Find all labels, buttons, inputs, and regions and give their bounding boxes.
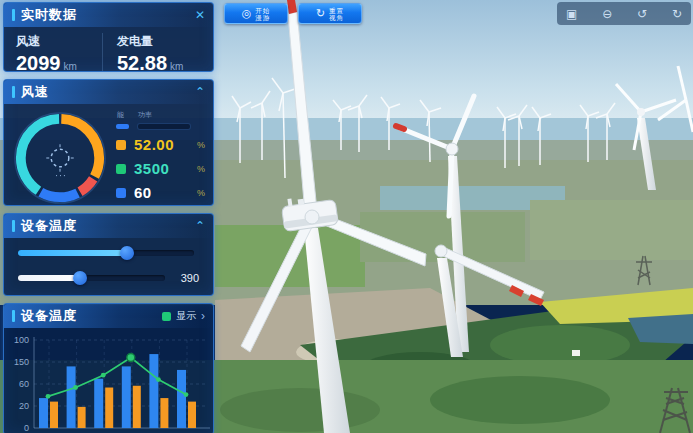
gauge-panel-header: 风速 ⌃ — [4, 80, 213, 104]
realtime-data-title: 实时数据 — [21, 6, 77, 24]
svg-text:150: 150 — [14, 357, 29, 367]
refresh-icon[interactable]: ↻ — [672, 8, 682, 20]
legend-item-orange: 52.00 % — [116, 136, 205, 153]
gauge-legend: 能 功率 52.00 % 3500 % — [116, 108, 205, 206]
rotate-icon: ↻ — [316, 8, 325, 19]
screenshot-icon[interactable]: ▣ — [566, 8, 577, 20]
mini-legend-left-label: 能 — [117, 110, 124, 120]
legend-value-3: 60 — [134, 184, 152, 201]
donut-gauge — [10, 109, 110, 206]
accent-bar — [12, 86, 15, 98]
reset-view-button-label-line1: 重置 — [329, 7, 344, 14]
legend-item-blue: 60 % — [116, 184, 205, 201]
roam-button-label-line1: 开始 — [255, 7, 270, 14]
gauge-panel-title: 风速 — [21, 83, 49, 101]
temperature-slider-1[interactable] — [18, 250, 194, 256]
collapse-icon[interactable]: ⌃ — [195, 86, 205, 98]
power-generation-value: 52.88km — [117, 52, 203, 72]
chart-panel-title: 设备温度 — [21, 307, 77, 325]
reset-view-button[interactable]: ↻ 重置 视角 — [298, 3, 362, 24]
wind-speed-stat: 风速 2099km — [16, 33, 102, 72]
temperature-slider-2[interactable] — [18, 275, 165, 281]
close-icon[interactable]: ✕ — [195, 9, 205, 21]
realtime-data-header: 实时数据 ✕ — [4, 3, 213, 27]
svg-text:20: 20 — [19, 401, 29, 411]
chart-legend-swatch — [162, 312, 171, 321]
sidebar: 实时数据 ✕ 风速 2099km 发电量 52.88km 风速 ⌃ — [3, 2, 214, 433]
mini-progress-bar — [137, 123, 191, 130]
reset-view-button-label-line2: 视角 — [329, 14, 344, 21]
window-controls: ▣ ⊖ ↺ ↻ — [557, 2, 691, 25]
accent-bar — [12, 9, 15, 21]
mini-bar-swatch — [116, 124, 129, 129]
legend-unit-3: % — [197, 188, 205, 198]
svg-text:60: 60 — [19, 379, 29, 389]
roam-button-label-line2: 漫游 — [255, 14, 270, 21]
slider-thumb[interactable] — [120, 246, 134, 260]
collapse-icon[interactable]: ⌃ — [195, 220, 205, 232]
legend-unit-2: % — [197, 164, 205, 174]
legend-unit-1: % — [197, 140, 205, 150]
chevron-right-icon[interactable]: › — [201, 309, 205, 323]
slider-panel-title: 设备温度 — [21, 217, 77, 235]
slider-panel-header: 设备温度 ⌃ — [4, 214, 213, 238]
chart-panel-header: 设备温度 显示 › — [4, 304, 213, 328]
wind-speed-value: 2099km — [16, 52, 102, 72]
svg-text:100: 100 — [14, 335, 29, 345]
rotate-left-icon[interactable]: ↺ — [637, 8, 647, 20]
compass-center-icon — [46, 144, 73, 175]
temperature-bar-chart: 10015060200 — [6, 330, 212, 433]
accent-bar — [12, 220, 15, 232]
power-generation-stat: 发电量 52.88km — [102, 33, 203, 72]
wind-speed-unit: km — [64, 61, 77, 72]
zoom-out-icon[interactable]: ⊖ — [602, 8, 612, 20]
roam-button[interactable]: ◎ 开始 漫游 — [224, 3, 288, 24]
power-generation-unit: km — [170, 61, 183, 72]
wind-speed-gauge-panel: 风速 ⌃ 能 功率 — [3, 79, 214, 206]
device-temperature-chart-panel: 设备温度 显示 › 10015060200 — [3, 303, 214, 433]
svg-text:0: 0 — [24, 423, 29, 433]
accent-bar — [12, 310, 15, 322]
legend-item-green: 3500 % — [116, 160, 205, 177]
orange-swatch — [116, 140, 126, 150]
wind-speed-label: 风速 — [16, 33, 102, 50]
slider-value: 390 — [173, 272, 199, 284]
mini-legend-right-label: 功率 — [138, 110, 152, 120]
device-temperature-slider-panel: 设备温度 ⌃ 390 — [3, 213, 214, 296]
chart-legend-label: 显示 — [176, 309, 196, 323]
compass-icon: ◎ — [242, 8, 252, 19]
slider-thumb[interactable] — [73, 271, 87, 285]
green-swatch — [116, 164, 126, 174]
legend-value-1: 52.00 — [134, 136, 174, 153]
blue-swatch — [116, 188, 126, 198]
legend-value-2: 3500 — [134, 160, 169, 177]
power-generation-label: 发电量 — [117, 33, 203, 50]
realtime-data-panel: 实时数据 ✕ 风速 2099km 发电量 52.88km — [3, 2, 214, 72]
